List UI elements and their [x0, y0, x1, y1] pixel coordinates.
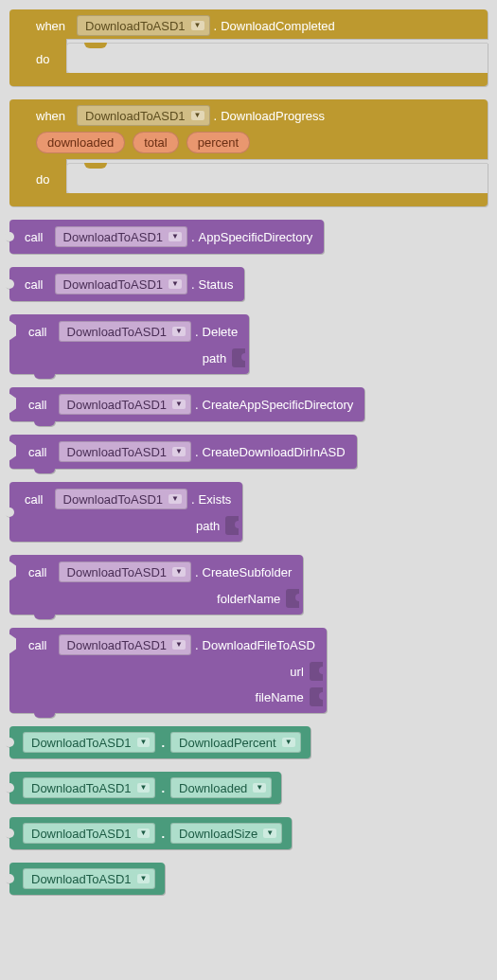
chevron-down-icon: ▼: [253, 783, 266, 793]
event-name: DownloadCompleted: [221, 19, 335, 33]
call-keyword: call: [28, 638, 47, 652]
component-dropdown[interactable]: DownloadToASD1▼: [59, 561, 191, 582]
component-dropdown[interactable]: DownloadToASD1▼: [23, 868, 155, 889]
event-block-download-completed[interactable]: when DownloadToASD1 ▼ .DownloadCompleted…: [9, 9, 488, 86]
component-dropdown-label: DownloadToASD1: [63, 230, 164, 244]
property-block-component[interactable]: DownloadToASD1▼: [9, 863, 165, 895]
chevron-down-icon: ▼: [169, 232, 182, 241]
method-dot: .: [195, 325, 199, 339]
arg-slot[interactable]: [310, 662, 323, 681]
call-keyword: call: [25, 492, 44, 507]
call-block-createdownloaddirinasd[interactable]: callDownloadToASD1▼.CreateDownloadDirInA…: [9, 435, 357, 469]
arg-label: path: [196, 519, 220, 533]
method-dot: .: [191, 230, 195, 244]
property-dropdown[interactable]: DownloadSize▼: [170, 823, 282, 844]
component-dropdown-label: DownloadToASD1: [67, 398, 168, 412]
event-param[interactable]: percent: [186, 132, 250, 153]
arg-label: url: [290, 665, 303, 679]
do-slot[interactable]: [66, 43, 488, 73]
property-dropdown-label: DownloadPercent: [179, 736, 276, 750]
property-block-downloadpercent[interactable]: DownloadToASD1▼.DownloadPercent▼: [9, 726, 311, 758]
call-block-appspecificdirectory[interactable]: callDownloadToASD1▼.AppSpecificDirectory: [9, 220, 324, 254]
call-block-delete[interactable]: callDownloadToASD1▼.Deletepath: [9, 314, 249, 374]
property-dropdown-label: Downloaded: [179, 781, 247, 795]
event-name: DownloadProgress: [221, 109, 325, 123]
component-dropdown-label: DownloadToASD1: [67, 325, 168, 339]
property-block-downloaded[interactable]: DownloadToASD1▼.Downloaded▼: [9, 772, 281, 804]
when-keyword: when: [36, 109, 65, 123]
component-dropdown-label: DownloadToASD1: [67, 638, 168, 652]
chevron-down-icon: ▼: [282, 738, 295, 747]
chevron-down-icon: ▼: [137, 783, 151, 793]
component-dropdown[interactable]: DownloadToASD1▼: [23, 732, 155, 753]
component-dropdown[interactable]: DownloadToASD1▼: [59, 634, 191, 655]
call-block-exists[interactable]: callDownloadToASD1▼.Existspath: [9, 482, 242, 542]
arg-label: folderName: [217, 592, 280, 606]
chevron-down-icon: ▼: [137, 874, 151, 883]
chevron-down-icon: ▼: [169, 279, 182, 289]
call-keyword: call: [28, 565, 47, 579]
property-block-downloadsize[interactable]: DownloadToASD1▼.DownloadSize▼: [9, 817, 292, 849]
event-block-download-progress[interactable]: when DownloadToASD1 ▼ .DownloadProgress …: [9, 99, 488, 206]
when-keyword: when: [36, 19, 65, 33]
chevron-down-icon: ▼: [172, 640, 186, 650]
arg-slot[interactable]: [232, 348, 245, 367]
component-dropdown[interactable]: DownloadToASD1▼: [55, 489, 187, 509]
component-dropdown-label: DownloadToASD1: [31, 872, 132, 886]
chevron-down-icon: ▼: [172, 327, 186, 336]
component-dropdown-label: DownloadToASD1: [31, 736, 132, 750]
method-dot: .: [195, 638, 199, 652]
component-dropdown-label: DownloadToASD1: [85, 19, 186, 33]
method-dot: .: [195, 565, 199, 579]
component-dropdown[interactable]: DownloadToASD1▼: [23, 823, 155, 844]
event-dot: .: [214, 109, 218, 123]
component-dropdown[interactable]: DownloadToASD1 ▼: [77, 105, 209, 126]
event-param[interactable]: total: [133, 132, 179, 153]
chevron-down-icon: ▼: [172, 400, 186, 409]
method-dot: .: [191, 277, 195, 292]
method-name: Exists: [199, 492, 232, 507]
property-dropdown-label: DownloadSize: [179, 827, 257, 841]
call-keyword: call: [25, 277, 44, 292]
event-param[interactable]: downloaded: [36, 132, 125, 153]
property-dropdown[interactable]: Downloaded▼: [170, 777, 272, 798]
chevron-down-icon: ▼: [172, 567, 186, 577]
property-dropdown[interactable]: DownloadPercent▼: [170, 732, 301, 753]
do-slot[interactable]: [66, 163, 488, 193]
property-dot: .: [155, 781, 170, 795]
arg-slot[interactable]: [225, 516, 239, 535]
call-keyword: call: [28, 445, 47, 459]
call-keyword: call: [28, 325, 47, 339]
arg-label: fileName: [256, 690, 304, 704]
chevron-down-icon: ▼: [191, 111, 204, 120]
component-dropdown-label: DownloadToASD1: [63, 277, 164, 292]
method-name: DownloadFileToASD: [203, 638, 315, 652]
method-name: AppSpecificDirectory: [199, 230, 313, 244]
chevron-down-icon: ▼: [137, 738, 151, 747]
method-dot: .: [195, 445, 199, 459]
component-dropdown[interactable]: DownloadToASD1 ▼: [77, 15, 209, 36]
arg-label: path: [203, 351, 226, 365]
method-name: CreateSubfolder: [203, 565, 293, 579]
component-dropdown-label: DownloadToASD1: [67, 565, 168, 579]
do-keyword: do: [36, 172, 49, 187]
call-block-createsubfolder[interactable]: callDownloadToASD1▼.CreateSubfolderfolde…: [9, 555, 303, 615]
arg-slot[interactable]: [310, 687, 323, 706]
component-dropdown[interactable]: DownloadToASD1▼: [23, 777, 155, 798]
call-block-status[interactable]: callDownloadToASD1▼.Status: [9, 267, 244, 301]
component-dropdown[interactable]: DownloadToASD1▼: [59, 321, 191, 342]
component-dropdown[interactable]: DownloadToASD1▼: [55, 274, 187, 294]
call-block-createappspecificdirectory[interactable]: callDownloadToASD1▼.CreateAppSpecificDir…: [9, 387, 364, 421]
chevron-down-icon: ▼: [191, 21, 204, 30]
chevron-down-icon: ▼: [169, 494, 182, 504]
call-block-downloadfiletoasd[interactable]: callDownloadToASD1▼.DownloadFileToASDurl…: [9, 628, 327, 713]
component-dropdown[interactable]: DownloadToASD1▼: [55, 226, 187, 247]
property-dot: .: [155, 827, 170, 841]
call-keyword: call: [25, 230, 44, 244]
component-dropdown-label: DownloadToASD1: [31, 827, 132, 841]
component-dropdown-label: DownloadToASD1: [63, 492, 164, 507]
component-dropdown[interactable]: DownloadToASD1▼: [59, 394, 191, 415]
component-dropdown-label: DownloadToASD1: [85, 109, 186, 123]
arg-slot[interactable]: [286, 589, 299, 608]
component-dropdown[interactable]: DownloadToASD1▼: [59, 441, 191, 462]
